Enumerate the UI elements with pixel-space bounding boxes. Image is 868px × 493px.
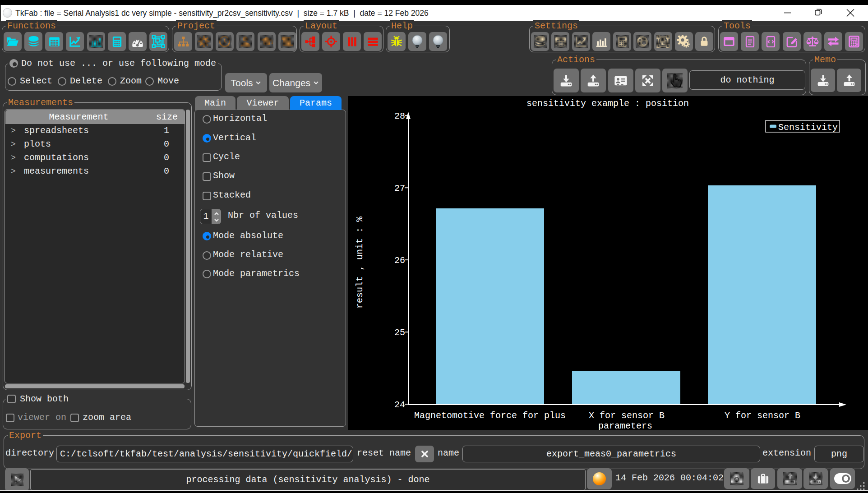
svg-text:28: 28: [394, 111, 405, 121]
svg-text:Y for sensor B: Y for sensor B: [725, 410, 800, 421]
svg-text:X for sensor B: X for sensor B: [589, 410, 665, 421]
svg-text:Magnetomotive force for plus: Magnetomotive force for plus: [414, 410, 566, 421]
svg-text:24: 24: [394, 400, 405, 410]
svg-text:25: 25: [394, 327, 405, 338]
svg-text:26: 26: [394, 255, 405, 266]
svg-text:sensitivity example : position: sensitivity example : position: [526, 98, 689, 109]
svg-text:result , unit : %: result , unit : %: [355, 216, 365, 309]
svg-text:Sensitivity: Sensitivity: [778, 122, 838, 133]
svg-text:parameters: parameters: [598, 421, 652, 430]
svg-text:27: 27: [394, 183, 405, 194]
